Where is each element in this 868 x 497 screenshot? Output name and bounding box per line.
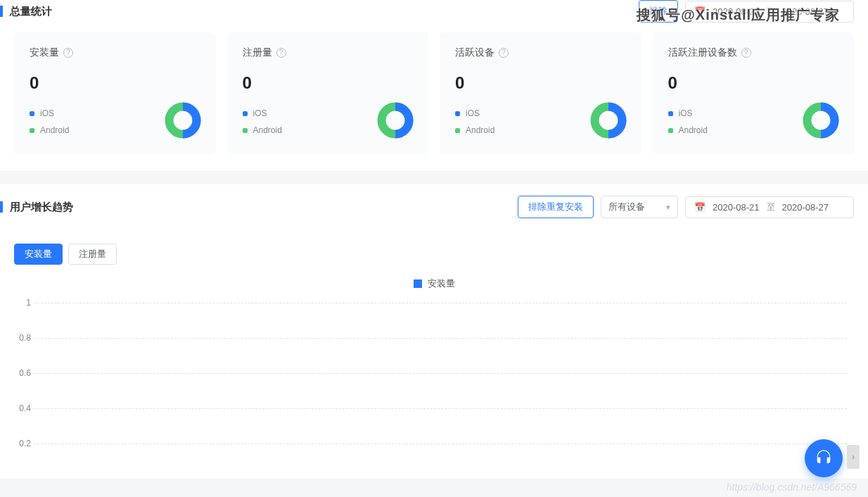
legend-label: iOS <box>466 108 480 118</box>
calendar-icon: 📅 <box>694 6 706 17</box>
exclude-duplicate-button[interactable]: 排除重复安装 <box>518 196 594 218</box>
stat-card-title-text: 活跃注册设备数 <box>668 46 737 59</box>
exclude-button[interactable]: 排除 <box>639 0 678 23</box>
help-icon[interactable]: ? <box>276 48 286 58</box>
y-tick-label: 0.2 <box>14 439 31 448</box>
date-start: 2020-08-21 <box>713 6 760 17</box>
chart-legend: 安装量 <box>14 273 854 303</box>
stat-card-title-text: 注册量 <box>243 46 272 59</box>
stat-card-value: 0 <box>668 73 839 93</box>
title-accent-bar <box>0 201 3 213</box>
gridline: 0.8 <box>34 338 847 339</box>
stat-card-title: 注册量 ? <box>243 46 414 59</box>
gridline: 0.4 <box>34 408 847 409</box>
legend-label: Android <box>466 125 494 135</box>
trend-header: 用户增长趋势 排除重复安装 所有设备 ▾ 📅 2020-08-21 至 2020… <box>0 184 868 229</box>
gridline: 0.6 <box>34 373 847 374</box>
help-icon[interactable]: ? <box>741 48 751 58</box>
tab-安装量[interactable]: 安装量 <box>14 244 63 265</box>
trend-date-sep: 至 <box>767 201 775 213</box>
gridline: 1 <box>34 303 847 303</box>
chart-legend-label: 安装量 <box>428 277 455 290</box>
help-icon[interactable]: ? <box>499 48 509 58</box>
stat-card: 注册量 ? 0 iOS Android <box>227 32 429 155</box>
tab-注册量[interactable]: 注册量 <box>68 244 117 265</box>
chart-area: 安装量 1 0.8 0.6 0.4 0.2 <box>0 265 868 479</box>
legend-label: Android <box>253 125 282 135</box>
stat-card-title-text: 活跃设备 <box>455 46 494 59</box>
stat-card-title-text: 安装量 <box>30 46 59 59</box>
headset-icon <box>814 448 834 468</box>
calendar-icon: 📅 <box>694 202 706 213</box>
legend-dot-ios <box>455 111 460 116</box>
trend-date-range[interactable]: 📅 2020-08-21 至 2020-08-27 <box>685 196 854 218</box>
stats-date-range[interactable]: 📅 2020-08-21 至 2020-08-27 <box>685 1 854 23</box>
title-accent-bar <box>0 6 3 17</box>
legend-dot-android <box>668 128 673 133</box>
stat-card: 安装量 ? 0 iOS Android <box>14 32 216 155</box>
legend-dot-ios <box>243 111 248 116</box>
trend-title: 用户增长趋势 <box>0 201 73 214</box>
y-tick-label: 0.8 <box>14 333 31 343</box>
legend-dot-android <box>455 128 460 133</box>
legend-label: Android <box>679 125 708 135</box>
trend-section: 用户增长趋势 排除重复安装 所有设备 ▾ 📅 2020-08-21 至 2020… <box>0 184 868 479</box>
stat-card-value: 0 <box>243 73 414 93</box>
stat-card-title: 活跃注册设备数 ? <box>668 46 839 59</box>
trend-title-text: 用户增长趋势 <box>10 201 73 214</box>
stats-header-controls: 排除 📅 2020-08-21 至 2020-08-27 <box>639 0 854 23</box>
help-icon[interactable]: ? <box>63 48 73 58</box>
legend-label: iOS <box>679 108 693 118</box>
stat-card-value: 0 <box>30 73 200 93</box>
stats-cards-row: 安装量 ? 0 iOS Android 注册量 ? 0 iOS <box>0 32 868 170</box>
section-gap <box>0 170 868 184</box>
stats-title: 总量统计 <box>0 5 52 18</box>
legend-color-swatch <box>414 279 422 288</box>
stat-card-title: 活跃设备 ? <box>455 46 626 59</box>
stat-card: 活跃设备 ? 0 iOS Android <box>440 32 642 155</box>
chart-axis: 1 0.8 0.6 0.4 0.2 <box>34 303 847 472</box>
stat-card-value: 0 <box>455 73 626 93</box>
legend-label: iOS <box>40 108 54 118</box>
stat-card-title: 安装量 ? <box>30 46 200 59</box>
support-chat-button[interactable] <box>805 439 843 477</box>
trend-header-controls: 排除重复安装 所有设备 ▾ 📅 2020-08-21 至 2020-08-27 <box>518 196 854 218</box>
legend-dot-ios <box>30 111 34 116</box>
stat-card: 活跃注册设备数 ? 0 iOS Android <box>653 32 855 155</box>
device-select-label: 所有设备 <box>608 201 645 213</box>
y-tick-label: 0.6 <box>14 368 31 378</box>
gridline: 0.2 <box>34 443 847 444</box>
legend-label: iOS <box>253 108 267 118</box>
trend-tabs: 安装量注册量 <box>0 229 868 265</box>
date-end: 2020-08-27 <box>782 6 829 17</box>
date-sep: 至 <box>767 6 775 18</box>
chevron-down-icon: ▾ <box>666 203 670 212</box>
device-select[interactable]: 所有设备 ▾ <box>601 196 678 218</box>
y-tick-label: 0.4 <box>14 403 31 413</box>
stats-title-text: 总量统计 <box>10 5 52 18</box>
legend-dot-android <box>243 128 248 133</box>
legend-dot-android <box>30 128 34 133</box>
trend-date-end: 2020-08-27 <box>782 202 829 213</box>
stats-header: 总量统计 排除 📅 2020-08-21 至 2020-08-27 <box>0 0 868 32</box>
legend-dot-ios <box>668 111 673 116</box>
pager-next[interactable]: › <box>847 445 860 469</box>
legend-label: Android <box>40 125 69 135</box>
y-tick-label: 1 <box>14 298 31 308</box>
trend-date-start: 2020-08-21 <box>713 202 760 213</box>
